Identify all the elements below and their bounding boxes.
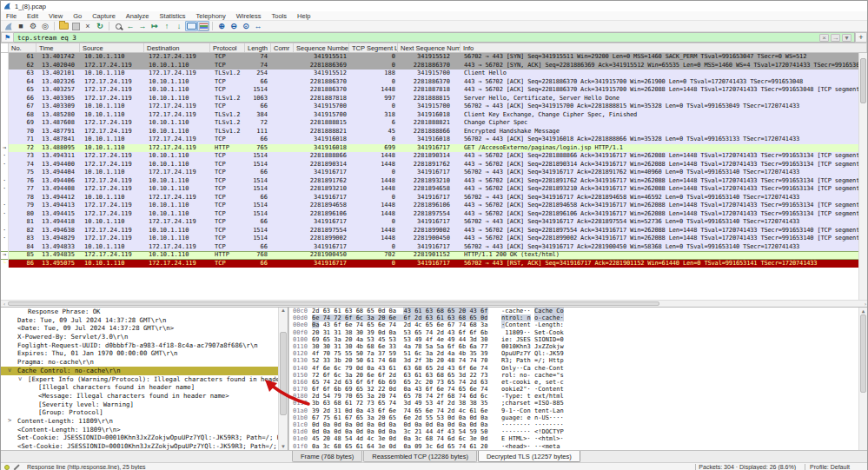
scrollbar-thumb[interactable]	[8, 301, 659, 306]
packet-row[interactable]: ·8313.494829172.17.24.11910.10.1.110TCP1…	[1, 235, 867, 243]
packet-row[interactable]: 7813.49441210.10.1.110172.17.24.119TCP66…	[1, 194, 867, 202]
menu-statistics[interactable]: Statistics	[155, 12, 191, 20]
toolbar-reload-file-button[interactable]: ↻	[94, 21, 106, 31]
packet-row[interactable]: 6513.403257172.17.24.11910.10.1.110TCP15…	[1, 86, 867, 95]
packet-row[interactable]: ·8013.494415172.17.24.11910.10.1.110TCP1…	[1, 210, 867, 219]
toolbar-open-file-button[interactable]	[57, 21, 70, 31]
detail-line[interactable]: Set-Cookie: JSESSIONID=00010Khn3JxZZokjw…	[1, 434, 278, 442]
detail-line[interactable]: >Content-Length: 11809\r\n	[1, 417, 278, 426]
detail-line[interactable]: Date: Tue, 09 Jul 2024 14:37:28 GMT\r\n	[1, 316, 278, 325]
toolbar-find-packet-button[interactable]	[112, 21, 124, 31]
menu-wireless[interactable]: Wireless	[231, 12, 267, 20]
column-header-sequence-number[interactable]: Sequence Number	[294, 43, 349, 52]
hex-row[interactable]: 01f00a 3c 68 65 61 64 3e 0d 0a 09 3c 6d …	[289, 443, 867, 450]
detail-line[interactable]: vCache Control: no-cache\r\n	[1, 367, 278, 375]
hex-row[interactable]: 01903b 63 68 61 72 73 65 74 3d 49 53 4f …	[289, 400, 867, 407]
toolbar-restart-capture-button[interactable]: ◎	[39, 21, 51, 31]
toolbar-zoom-reset-button[interactable]: ⊙	[240, 21, 252, 31]
hex-row[interactable]: 010069 65 3a 20 4a 53 45 53 53 49 4f 4e …	[289, 336, 867, 343]
detail-line[interactable]: v[Expert Info (Warning/Protocol): Illega…	[1, 375, 278, 384]
column-header-next-sequence-number[interactable]: Next Sequence Number	[398, 43, 461, 52]
bytes-vertical-scrollbar[interactable]: ▲	[858, 308, 867, 450]
packet-row[interactable]: 7113.48784110.10.1.110172.17.24.119TCP66…	[1, 136, 867, 144]
packet-row[interactable]: →8513.494835172.17.24.11910.10.1.110HTTP…	[1, 251, 867, 260]
detail-line[interactable]: Pragma: no-cache\r\n	[1, 358, 278, 367]
packet-row[interactable]: 6113.40174210.10.1.110172.17.24.119TCP74…	[1, 53, 867, 62]
hex-row[interactable]: 01b067 75 61 67 65 3a 20 65 6e 2d 55 53 …	[289, 414, 867, 421]
hex-row[interactable]: 01204f 70 75 55 50 7a 37 59 51 6c 3a 2d …	[289, 350, 867, 357]
menu-analyze[interactable]: Analyze	[121, 12, 155, 20]
scroll-left-arrow-icon[interactable]: ‹	[1, 301, 8, 307]
toolbar-colorize-button[interactable]	[197, 21, 209, 31]
packet-row[interactable]: ·7313.494311172.17.24.11910.10.1.110TCP1…	[1, 152, 867, 161]
packet-row[interactable]: └8613.49507510.10.1.110172.17.24.119TCP6…	[1, 260, 867, 268]
column-header-length[interactable]: Length	[245, 43, 271, 52]
toolbar-zoom-out-button[interactable]: ⊖	[228, 21, 240, 31]
add-filter-button[interactable]: +	[855, 32, 867, 43]
toolbar-resize-columns-button[interactable]: ↔	[252, 21, 264, 31]
byte-view-tab-1[interactable]: Reassembled TCP (12286 bytes)	[363, 451, 477, 462]
column-header-protocol[interactable]: Protocol	[210, 43, 245, 52]
filter-bookmark-button[interactable]: ⚑	[1, 32, 14, 43]
scrollbar-thumb[interactable]	[860, 58, 866, 103]
toolbar-zoom-in-button[interactable]: ⊕	[215, 21, 228, 31]
scrollbar-thumb[interactable]	[860, 314, 866, 393]
hex-row[interactable]: 011030 30 31 30 4b 68 6e 33 4a 78 5a 5a …	[289, 343, 867, 350]
menu-file[interactable]: File	[1, 12, 22, 20]
toolbar-stop-capture-button[interactable]: ■	[15, 21, 27, 31]
packet-row[interactable]: 6613.403305172.17.24.11910.10.1.110TLSv1…	[1, 95, 867, 103]
detail-line[interactable]: [Severity level: Warning]	[1, 400, 278, 409]
menu-go[interactable]: Go	[68, 12, 87, 20]
scroll-up-arrow-icon[interactable]: ▲	[279, 308, 288, 314]
column-header-info[interactable]: Info	[461, 43, 867, 52]
detail-line[interactable]: X-Powered-By: Servlet/3.0\r\n	[1, 333, 278, 341]
detail-line[interactable]: [Group: Protocol]	[1, 408, 278, 417]
detail-line[interactable]: Response Phrase: OK	[1, 308, 278, 316]
packet-row[interactable]: ·7613.494406172.17.24.11910.10.1.110TCP1…	[1, 177, 867, 186]
column-header-tcp-segment-len[interactable]: TCP Segment Len	[349, 43, 398, 52]
tree-expander-icon[interactable]: >	[8, 417, 11, 426]
menu-tools[interactable]: Tools	[267, 12, 293, 20]
byte-view-tab-0[interactable]: Frame (768 bytes)	[292, 451, 362, 462]
menu-capture[interactable]: Capture	[87, 12, 121, 20]
detail-line[interactable]: [Illegal characters found in header name…	[1, 383, 278, 392]
status-profile[interactable]: Profile: Default	[805, 464, 867, 470]
detail-line[interactable]: <Content-Length: 11809\r\n>	[1, 426, 278, 434]
hex-row[interactable]: 00d06e 74 72 6f 6c 3a 20 6e 6f 2d 63 61 …	[289, 314, 867, 321]
capture-comment-icon[interactable]	[14, 464, 20, 470]
packet-row[interactable]: ·7413.494400172.17.24.11910.10.1.110TCP1…	[1, 161, 867, 169]
menu-telephony[interactable]: Telephony	[191, 12, 231, 20]
column-header-source[interactable]: Source	[80, 43, 144, 52]
packet-row[interactable]: 6713.40330910.10.1.110172.17.24.119TCP66…	[1, 103, 867, 111]
packet-row[interactable]: →7213.48809510.10.1.110172.17.24.119HTTP…	[1, 144, 867, 153]
detail-line[interactable]: <Set-Cookie: JSESSIONID=00010Khn3JxZZokj…	[1, 442, 278, 450]
detail-line[interactable]: Expires: Thu, 01 Jan 1970 00:00:00 GMT\r…	[1, 349, 278, 358]
scroll-right-arrow-icon[interactable]: ›	[862, 301, 867, 307]
column-header-destination[interactable]: Destination	[144, 43, 210, 52]
packet-row[interactable]: 7513.49440410.10.1.110172.17.24.119TCP66…	[1, 169, 867, 177]
detail-line[interactable]: <Date: Tue, 09 Jul 2024 14:37:28 GMT\r\n…	[1, 324, 278, 333]
hex-row[interactable]: 00e00a 43 6f 6e 74 65 6e 74 2d 4c 65 6e …	[289, 321, 867, 328]
packet-row[interactable]: 8113.49441810.10.1.110172.17.24.119TCP66…	[1, 218, 867, 227]
menu-view[interactable]: View	[43, 12, 68, 20]
hex-row[interactable]: 016065 74 2d 63 6f 6f 6b 69 65 2c 20 73 …	[289, 379, 867, 386]
hex-row[interactable]: 01404f 6e 6c 79 0d 0a 43 61 63 68 65 2d …	[289, 365, 867, 372]
scrollbar-thumb[interactable]	[280, 332, 287, 415]
tree-expander-icon[interactable]: v	[18, 375, 22, 384]
hex-row[interactable]: 01a039 2d 31 0d 0a 43 6f 6e 74 65 6e 74 …	[289, 407, 867, 414]
menu-edit[interactable]: Edit	[22, 12, 43, 20]
packet-row[interactable]: 6413.402326172.17.24.11910.10.1.110TCP66…	[1, 78, 867, 87]
toolbar-go-back-button[interactable]: ←	[124, 21, 136, 31]
hex-row[interactable]: 00c02d 63 61 63 68 65 0d 0a 43 61 63 68 …	[289, 308, 867, 314]
detail-line[interactable]: <Message: Illegal characters found in he…	[1, 392, 278, 400]
packet-row[interactable]: ·8213.494638172.17.24.11910.10.1.110TCP1…	[1, 227, 867, 235]
toolbar-capture-options-button[interactable]: ⚙	[27, 21, 39, 31]
toolbar-go-forward-button[interactable]: →	[136, 21, 149, 31]
toolbar-save-file-button[interactable]	[70, 21, 82, 31]
packet-row[interactable]: ·7913.494413172.17.24.11910.10.1.110TCP1…	[1, 202, 867, 210]
toolbar-start-capture-button[interactable]	[3, 21, 15, 31]
filter-dropdown-icon[interactable]: ▾	[842, 34, 851, 42]
packet-list-vertical-scrollbar[interactable]	[858, 53, 867, 300]
toolbar-close-file-button[interactable]: ×	[82, 21, 94, 31]
packet-row[interactable]: 6813.48528010.10.1.110172.17.24.119TLSv1…	[1, 111, 867, 120]
